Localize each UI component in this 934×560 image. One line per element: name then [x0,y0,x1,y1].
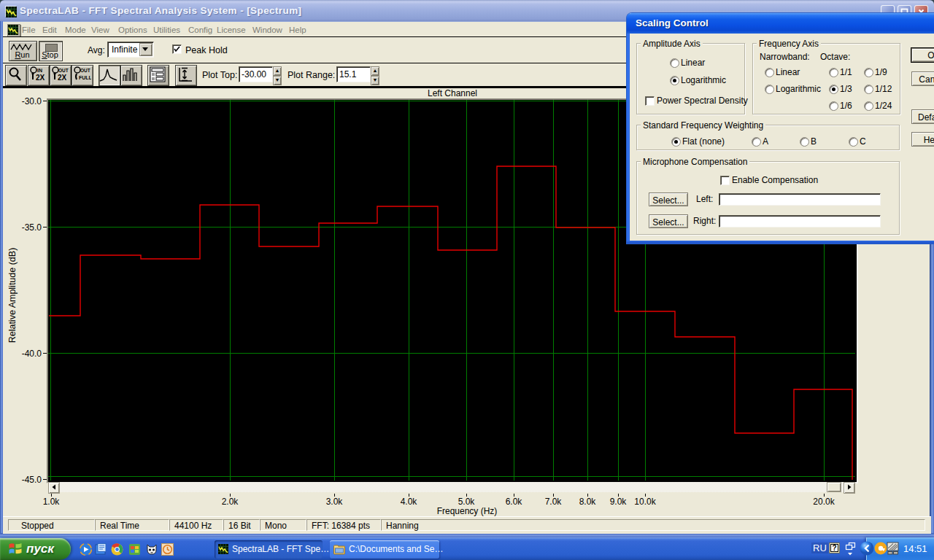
svg-text:2X: 2X [36,74,45,82]
svg-text:OUT: OUT [58,68,69,73]
svg-text:2X: 2X [58,74,67,82]
svg-text:?: ? [833,544,837,552]
svg-text:FULL: FULL [79,75,91,80]
svg-text:OUT: OUT [80,68,90,73]
svg-text:IN: IN [37,68,42,73]
